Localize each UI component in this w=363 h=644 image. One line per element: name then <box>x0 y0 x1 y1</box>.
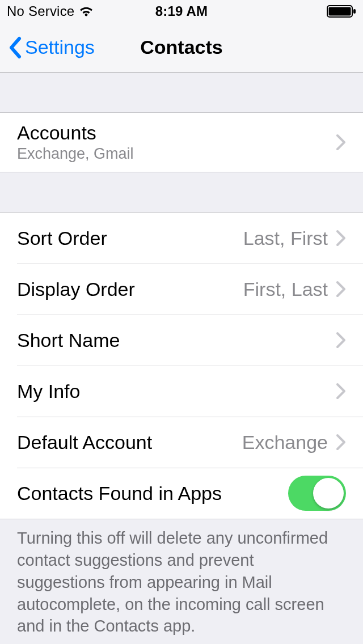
default-account-cell[interactable]: Default Account Exchange <box>0 417 363 468</box>
battery-icon <box>327 5 356 18</box>
svg-rect-2 <box>353 9 356 14</box>
settings-group: Sort Order Last, First Display Order Fir… <box>0 212 363 519</box>
accounts-group: Accounts Exchange, Gmail <box>0 112 363 172</box>
display-order-cell[interactable]: Display Order First, Last <box>0 264 363 315</box>
chevron-right-icon <box>336 230 346 247</box>
chevron-right-icon <box>336 281 346 298</box>
chevron-left-icon <box>8 36 22 59</box>
short-name-label: Short Name <box>17 329 120 351</box>
accounts-cell[interactable]: Accounts Exchange, Gmail <box>0 113 363 172</box>
back-button[interactable]: Settings <box>0 36 95 59</box>
wifi-icon <box>79 6 94 17</box>
found-in-apps-toggle[interactable] <box>288 476 346 511</box>
sort-order-cell[interactable]: Sort Order Last, First <box>0 213 363 264</box>
sort-order-label: Sort Order <box>17 227 107 249</box>
my-info-label: My Info <box>17 380 80 402</box>
sort-order-value: Last, First <box>243 227 328 249</box>
accounts-label: Accounts <box>17 122 134 144</box>
display-order-label: Display Order <box>17 278 135 300</box>
status-bar: No Service 8:19 AM <box>0 0 363 23</box>
chevron-right-icon <box>336 434 346 451</box>
chevron-right-icon <box>336 332 346 349</box>
accounts-detail: Exchange, Gmail <box>17 145 134 163</box>
chevron-right-icon <box>336 134 346 151</box>
my-info-cell[interactable]: My Info <box>0 366 363 417</box>
display-order-value: First, Last <box>243 278 328 300</box>
nav-bar: Settings Contacts <box>0 23 363 73</box>
short-name-cell[interactable]: Short Name <box>0 315 363 366</box>
found-in-apps-footer: Turning this off will delete any unconfi… <box>0 519 363 644</box>
default-account-value: Exchange <box>242 431 328 454</box>
default-account-label: Default Account <box>17 431 152 454</box>
svg-rect-1 <box>329 7 351 16</box>
back-label: Settings <box>25 36 95 58</box>
chevron-right-icon <box>336 383 346 400</box>
found-in-apps-label: Contacts Found in Apps <box>17 482 222 505</box>
carrier-label: No Service <box>7 3 74 19</box>
found-in-apps-cell: Contacts Found in Apps <box>0 468 363 519</box>
toggle-knob <box>313 478 344 509</box>
